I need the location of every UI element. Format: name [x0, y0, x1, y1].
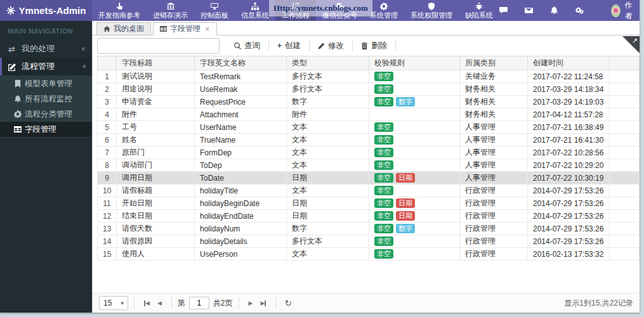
nav-dev-guide[interactable]: 开发指南参考	[92, 0, 147, 21]
rule-badge: 非空	[374, 236, 393, 246]
desktop-icon	[211, 3, 218, 10]
table-row[interactable]: 7原部门FormDep文本非空人事管理2017-07-22 10:28:56	[98, 146, 640, 159]
comments-icon[interactable]	[499, 6, 508, 15]
create-button[interactable]: +创建	[269, 39, 309, 52]
nav-control-panel[interactable]: 控制面板	[194, 0, 235, 21]
envelope-icon[interactable]	[525, 6, 533, 15]
user-menu[interactable]: 作者	[611, 0, 636, 22]
cell-filler	[610, 146, 640, 159]
page-size-value: 15	[103, 299, 112, 307]
rule-badge: 数字	[396, 224, 415, 233]
toolbar-button-label: 查询	[244, 41, 260, 51]
column-header[interactable]	[98, 56, 117, 70]
column-header[interactable]: 校验规则	[369, 56, 460, 70]
table-row[interactable]: 1测试说明TestRemark多行文本非空关键业务2017-07-22 11:2…	[98, 70, 640, 83]
expand-arrow-icon[interactable]: ↗	[632, 37, 638, 44]
sitemap-icon	[251, 3, 259, 10]
cell-filler	[610, 248, 640, 261]
pagination-bar: 15 ▾ ◀ ◀ 第 共2页 ▶ ▶ ↻ 显示1到15,共22记录	[93, 293, 640, 313]
column-header[interactable]: 创建时间	[528, 56, 610, 70]
table-row[interactable]: 10请假标题holidayTitle文本非空行政管理2014-07-29 17:…	[98, 184, 640, 197]
next-page-button[interactable]: ▶	[245, 300, 257, 306]
first-page-button[interactable]: ◀	[140, 300, 154, 306]
table-row[interactable]: 2用途说明UseRemak多行文本非空财务相关2017-03-29 14:18:…	[98, 83, 640, 96]
table-row[interactable]: 6姓名TrueName文本非空人事管理2017-07-21 16:41:30	[98, 134, 640, 146]
cogs-icon[interactable]	[575, 6, 584, 15]
cell-field-en-name: holidayTitle	[195, 184, 287, 197]
nav-permission-admin[interactable]: 系统权限管理	[404, 0, 459, 21]
rule-badge: 非空	[374, 148, 393, 157]
delete-button[interactable]: 删除	[353, 39, 395, 52]
cell-category: 人事管理	[460, 134, 528, 146]
table-row[interactable]: 11开始日期holidayBeginDate日期非空日期行政管理2014-07-…	[98, 197, 640, 210]
rule-badge: 非空	[374, 160, 393, 170]
sidebar-item[interactable]: 流程管理»	[0, 58, 92, 75]
cell-type: 文本	[287, 184, 369, 197]
tab[interactable]: 我的桌面	[96, 22, 151, 36]
column-header[interactable]: 字段标题	[117, 56, 195, 70]
table-row[interactable]: 14请假原因holidayDetails多行文本非空行政管理2014-07-29…	[98, 235, 640, 248]
cell-created: 2017-07-22 11:24:58	[528, 70, 610, 83]
rule-badge: 非空	[374, 122, 393, 132]
top-right-area: 作者	[499, 0, 644, 21]
cell-type: 文本	[287, 146, 369, 159]
table-row[interactable]: 13请假天数holidayNum数字非空数字行政管理2014-07-29 17:…	[98, 223, 640, 235]
cell-filler	[610, 83, 640, 96]
sidebar-subitem[interactable]: 流程分类管理	[0, 107, 92, 122]
tab-label: 我的桌面	[114, 23, 144, 34]
pager-separator	[171, 297, 172, 309]
column-header[interactable]: 所属类别	[460, 56, 528, 70]
cell-filler	[610, 197, 640, 210]
page-number-input[interactable]	[189, 297, 209, 309]
exchange-icon: ⇄	[8, 44, 20, 54]
close-icon[interactable]: ×	[205, 25, 210, 33]
table-row[interactable]: 9调用日期ToDate日期非空日期人事管理2017-07-22 10:30:19	[98, 172, 640, 184]
column-header[interactable]: 类型	[287, 56, 369, 70]
brand-logo[interactable]: Ymnets-Admin	[0, 0, 92, 21]
top-menu-item-label: 控制面板	[200, 12, 228, 19]
column-header[interactable]: 字段英文名称	[195, 56, 287, 70]
toolbar-button-label: 创建	[285, 41, 301, 51]
cell-rules: 非空	[369, 83, 460, 96]
last-page-button[interactable]: ▶	[256, 300, 270, 306]
cell-created: 2016-02-13 17:53:32	[528, 248, 610, 261]
query-button[interactable]: 查询	[226, 39, 268, 52]
cell-rules: 非空	[369, 134, 460, 146]
user-name: 作者	[625, 0, 636, 22]
page-size-select[interactable]: 15 ▾	[99, 296, 128, 310]
refresh-icon[interactable]: ↻	[282, 298, 294, 308]
cell-field-title: 用途说明	[117, 83, 195, 96]
cell-field-en-name: holidayEndDate	[195, 210, 287, 223]
top-menu-item-label: 系统管理	[370, 12, 398, 19]
table-row[interactable]: 5工号UserName文本非空人事管理2017-07-21 16:38:49	[98, 121, 640, 134]
search-input[interactable]	[97, 38, 220, 54]
rule-badge: 非空	[374, 224, 393, 233]
table-row[interactable]: 12结束日期holidayEndDate日期非空日期行政管理2014-07-29…	[98, 210, 640, 223]
rule-badge: 非空	[374, 186, 393, 195]
rule-badge: 日期	[396, 211, 415, 221]
cell-rules: 非空	[369, 121, 460, 134]
cell-rules: 非空	[369, 235, 460, 248]
prev-page-button[interactable]: ◀	[154, 300, 166, 306]
cell-rules: 非空	[369, 184, 460, 197]
page-prefix-label: 第	[178, 298, 185, 309]
sidebar-item[interactable]: ⇄我的处理»	[0, 40, 92, 58]
sidebar-subitem[interactable]: 字段管理	[0, 122, 92, 137]
nav-invoicing-demo[interactable]: 进销存演示	[147, 0, 194, 21]
sidebar-subitem[interactable]: 所有流程监控	[0, 91, 92, 107]
cell-index: 4	[98, 108, 117, 121]
chevron-double-down-icon: »	[82, 45, 86, 53]
table-row[interactable]: 8调动部门ToDep文本非空人事管理2017-07-22 10:29:20	[98, 159, 640, 172]
site-watermark: Http://ymnets.cnblogs.com	[269, 0, 372, 16]
nav-defect-system[interactable]: 缺陷系统	[459, 0, 499, 21]
bell-icon[interactable]	[550, 6, 558, 15]
table-row[interactable]: 3申请资金RequestPrice数字非空数字财务相关2017-03-29 14…	[98, 96, 640, 108]
sidebar-subitem[interactable]: 模型表单管理	[0, 76, 92, 91]
table-icon	[14, 126, 25, 133]
table-row[interactable]: 15使用人UsePerson文本非空行政管理2016-02-13 17:53:3…	[98, 248, 640, 261]
table-row[interactable]: 4附件Attachment附件财务相关2017-04-12 11:57:28	[98, 108, 640, 121]
cell-type: 日期	[287, 172, 369, 184]
tab[interactable]: 字段管理×	[153, 22, 217, 36]
toolbar: 查询+创建修改删除	[93, 36, 640, 56]
modify-button[interactable]: 修改	[310, 39, 352, 52]
